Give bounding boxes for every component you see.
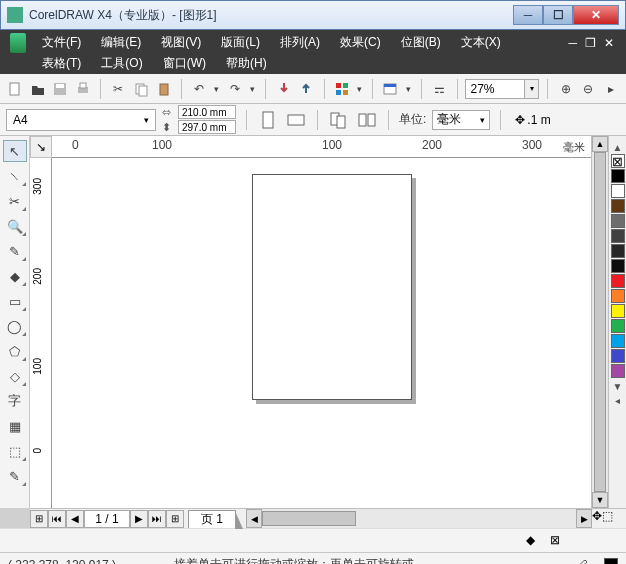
color-swatch[interactable] [611, 289, 625, 303]
welcome-dropdown[interactable]: ▾ [404, 79, 413, 99]
navigator-button[interactable]: ✥ [592, 509, 602, 528]
save-button[interactable] [51, 79, 70, 99]
color-swatch[interactable] [611, 244, 625, 258]
eyedropper-tool[interactable]: ✎ [3, 465, 27, 487]
color-swatch[interactable] [611, 364, 625, 378]
zoom-dropdown[interactable]: ▾ [525, 79, 539, 99]
scroll-up-button[interactable]: ▲ [592, 136, 608, 152]
color-swatch[interactable] [611, 349, 625, 363]
zoom-out-icon[interactable]: ⊖ [579, 79, 598, 99]
redo-button[interactable]: ↷ [226, 79, 245, 99]
paste-button[interactable] [154, 79, 173, 99]
crop-tool[interactable]: ✂ [3, 190, 27, 212]
shape-tool[interactable]: ⟍ [3, 165, 27, 187]
ruler-origin[interactable]: ↘ [30, 136, 52, 158]
color-swatch[interactable] [611, 304, 625, 318]
ellipse-tool[interactable]: ◯ [3, 315, 27, 337]
facing-pages-icon[interactable] [356, 109, 378, 131]
menu-edit[interactable]: 编辑(E) [91, 32, 151, 53]
menu-tools[interactable]: 工具(O) [91, 53, 152, 74]
horizontal-scrollbar[interactable]: ◀ ▶ [246, 509, 592, 528]
no-fill-indicator-icon[interactable]: ⊠ [550, 533, 566, 549]
rectangle-tool[interactable]: ▭ [3, 290, 27, 312]
overflow-icon[interactable]: ▸ [602, 79, 621, 99]
copy-button[interactable] [132, 79, 151, 99]
swatch-none[interactable]: ⊠ [611, 154, 625, 168]
menu-effects[interactable]: 效果(C) [330, 32, 391, 53]
options-button[interactable]: ⚎ [430, 79, 449, 99]
add-page-end-button[interactable]: ⊞ [166, 510, 184, 528]
menu-bitmaps[interactable]: 位图(B) [391, 32, 451, 53]
undo-dropdown[interactable]: ▾ [212, 79, 221, 99]
menu-arrange[interactable]: 排列(A) [270, 32, 330, 53]
redo-dropdown[interactable]: ▾ [248, 79, 257, 99]
scroll-left-button[interactable]: ◀ [246, 509, 262, 528]
app-launcher-dropdown[interactable]: ▾ [355, 79, 364, 99]
scroll-down-button[interactable]: ▼ [592, 492, 608, 508]
import-button[interactable] [274, 79, 293, 99]
first-page-button[interactable]: ⏮ [48, 510, 66, 528]
color-swatch[interactable] [611, 319, 625, 333]
menu-table[interactable]: 表格(T) [32, 53, 91, 74]
last-page-button[interactable]: ⏭ [148, 510, 166, 528]
color-swatch[interactable] [611, 229, 625, 243]
open-button[interactable] [29, 79, 48, 99]
pick-tool[interactable]: ↖ [3, 140, 27, 162]
units-select[interactable]: 毫米 ▾ [432, 110, 490, 130]
export-button[interactable] [297, 79, 316, 99]
prev-page-button[interactable]: ◀ [66, 510, 84, 528]
menu-window[interactable]: 窗口(W) [153, 53, 216, 74]
pan-button[interactable]: ⬚ [602, 509, 613, 528]
table-tool[interactable]: ▦ [3, 415, 27, 437]
mdi-minimize-button[interactable]: ─ [568, 36, 577, 50]
landscape-button[interactable] [285, 109, 307, 131]
welcome-button[interactable] [381, 79, 400, 99]
mdi-restore-button[interactable]: ❐ [585, 36, 596, 50]
page-tab[interactable]: 页 1 [188, 510, 236, 528]
palette-up-button[interactable]: ▲ [613, 140, 623, 154]
mdi-close-button[interactable]: ✕ [604, 36, 614, 50]
page-height-input[interactable]: 297.0 mm [178, 120, 236, 134]
fill-color-indicator[interactable] [604, 558, 618, 565]
outline-pen-icon[interactable]: 🖊 [576, 558, 588, 565]
maximize-button[interactable]: ☐ [543, 5, 573, 25]
color-swatch[interactable] [611, 199, 625, 213]
polygon-tool[interactable]: ⬠ [3, 340, 27, 362]
portrait-button[interactable] [257, 109, 279, 131]
next-page-button[interactable]: ▶ [130, 510, 148, 528]
color-swatch[interactable] [611, 169, 625, 183]
nudge-value[interactable]: .1 m [527, 113, 550, 127]
close-button[interactable]: ✕ [573, 5, 619, 25]
paper-size-select[interactable]: A4 ▾ [6, 109, 156, 131]
basic-shapes-tool[interactable]: ◇ [3, 365, 27, 387]
smart-fill-tool[interactable]: ◆ [3, 265, 27, 287]
undo-button[interactable]: ↶ [190, 79, 209, 99]
zoom-level[interactable]: 27% ▾ [465, 79, 539, 99]
print-button[interactable] [74, 79, 93, 99]
color-swatch[interactable] [611, 214, 625, 228]
menu-help[interactable]: 帮助(H) [216, 53, 277, 74]
color-swatch[interactable] [611, 274, 625, 288]
palette-down-button[interactable]: ▼ [613, 379, 623, 393]
ruler-horizontal[interactable]: 0 100 100 200 300 毫米 [52, 136, 591, 158]
text-tool[interactable]: 字 [3, 390, 27, 412]
vscroll-thumb[interactable] [594, 152, 606, 492]
minimize-button[interactable]: ─ [513, 5, 543, 25]
menu-text[interactable]: 文本(X) [451, 32, 511, 53]
color-swatch[interactable] [611, 259, 625, 273]
page-width-input[interactable]: 210.0 mm [178, 105, 236, 119]
pages-icon[interactable] [328, 109, 350, 131]
scroll-right-button[interactable]: ▶ [576, 509, 592, 528]
hscroll-thumb[interactable] [262, 511, 356, 526]
ruler-vertical[interactable]: 300 200 100 0 [30, 158, 52, 508]
add-page-start-button[interactable]: ⊞ [30, 510, 48, 528]
interactive-tool[interactable]: ⬚ [3, 440, 27, 462]
color-swatch[interactable] [611, 184, 625, 198]
new-button[interactable] [6, 79, 25, 99]
menu-file[interactable]: 文件(F) [32, 32, 91, 53]
drawing-workspace[interactable] [52, 158, 591, 508]
cut-button[interactable]: ✂ [109, 79, 128, 99]
freehand-tool[interactable]: ✎ [3, 240, 27, 262]
zoom-input[interactable]: 27% [465, 79, 525, 99]
menu-view[interactable]: 视图(V) [151, 32, 211, 53]
